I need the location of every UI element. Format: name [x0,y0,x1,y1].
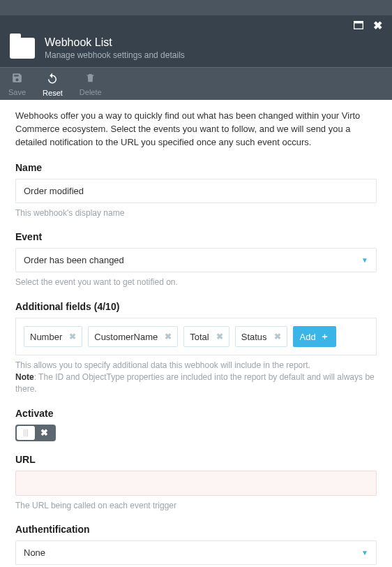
chevron-down-icon: ▼ [361,256,368,264]
name-label: Name [15,162,377,173]
additional-helper: This allows you to specify additional da… [15,360,377,395]
content-area: Webhooks offer you a way to quickly find… [0,100,392,567]
intro-text: Webhooks offer you a way to quickly find… [15,110,377,149]
url-label: URL [15,454,377,465]
tags-container: Number✖ CustomerName✖ Total✖ Status✖ Add… [15,318,377,355]
page-subtitle: Manage webhook settings and details [45,50,185,60]
blade-header: ✖ Webhook List Manage webhook settings a… [0,15,392,67]
add-button[interactable]: Add＋ [293,326,336,347]
url-helper: The URL being called on each event trigg… [15,500,377,512]
trash-icon [80,72,102,87]
tag-item[interactable]: Status✖ [235,326,287,347]
event-label: Event [15,231,377,242]
toggle-knob: ||| [17,426,35,440]
tag-item[interactable]: Total✖ [183,326,229,347]
event-select[interactable]: Order has been changed ▼ [15,248,377,272]
tag-remove-icon[interactable]: ✖ [165,332,172,341]
close-icon[interactable]: ✖ [373,20,382,31]
tag-remove-icon[interactable]: ✖ [274,332,281,341]
save-icon [8,72,26,87]
page-title: Webhook List [45,36,185,49]
additional-label: Additional fields (4/10) [15,301,377,312]
svg-rect-1 [354,22,363,24]
url-input[interactable] [15,471,377,496]
toolbar: Save Reset Delete [0,67,392,100]
auth-label: Authentification [15,524,377,535]
toggle-off-icon: ✖ [40,427,48,438]
undo-icon [43,72,63,88]
plus-icon: ＋ [320,330,329,343]
auth-select[interactable]: None ▼ [15,540,377,565]
tag-remove-icon[interactable]: ✖ [216,332,223,341]
folder-icon [10,38,35,59]
delete-button[interactable]: Delete [71,68,110,100]
chevron-down-icon: ▼ [361,549,368,557]
activate-label: Activate [15,408,377,419]
top-bar [0,0,392,15]
event-value: Order has been changed [24,255,124,265]
maximize-icon[interactable] [354,20,366,31]
tag-item[interactable]: CustomerName✖ [88,326,178,347]
tag-item[interactable]: Number✖ [24,326,82,347]
event-helper: Select the event you want to get notifie… [15,277,377,288]
activate-toggle[interactable]: ||| ✖ [15,425,56,441]
name-helper: This webhook's display name [15,207,377,219]
save-button[interactable]: Save [0,68,34,100]
auth-value: None [24,547,45,558]
reset-button[interactable]: Reset [34,68,71,100]
name-input[interactable] [15,179,377,203]
tag-remove-icon[interactable]: ✖ [69,332,76,341]
